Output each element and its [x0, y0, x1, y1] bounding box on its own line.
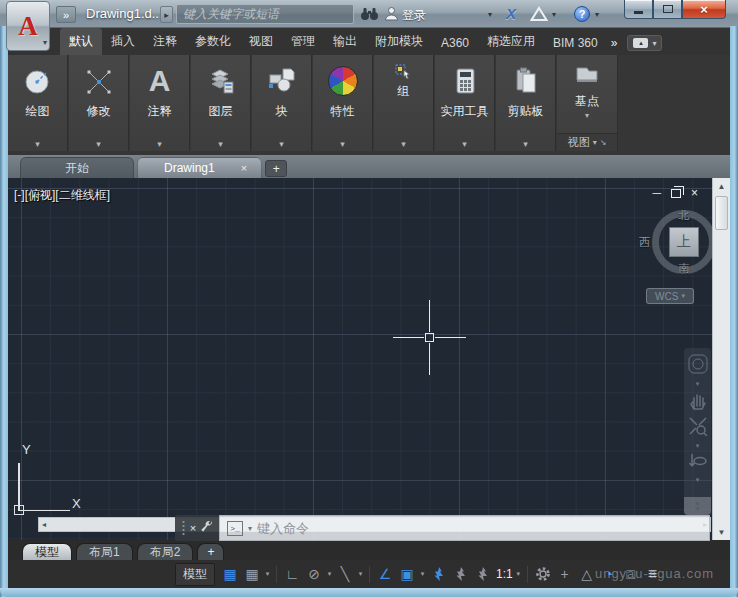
ribbon-tab-home[interactable]: 默认 — [60, 28, 102, 55]
exchange-apps-icon[interactable]: X — [506, 5, 516, 22]
iso-caret-icon[interactable]: ▾ — [356, 570, 365, 578]
zoom-icon[interactable] — [688, 416, 708, 440]
nav-caret-icon[interactable]: ▾ — [696, 380, 700, 388]
customize-wrench-icon[interactable] — [200, 519, 213, 537]
model-space-button[interactable]: 模型 — [175, 563, 215, 586]
polar-tracking-icon[interactable]: ⊘ — [303, 564, 325, 584]
scale-caret-icon[interactable]: ▾ — [514, 570, 523, 578]
ribbon-tab-featured-apps[interactable]: 精选应用 — [478, 28, 544, 55]
view-panel-footer[interactable]: 视图 ▾ ↘ — [557, 133, 617, 151]
snap-mode-icon[interactable]: ▦ — [219, 564, 241, 584]
ribbon-panel-properties[interactable]: 特性 ▾ — [313, 55, 373, 151]
nav-caret-icon[interactable]: ▾ — [696, 442, 700, 450]
wcs-dropdown[interactable]: WCS ▾ — [646, 288, 694, 304]
drawing-canvas[interactable]: [-][俯视][二维线框] ─ × 上 北 南 西 东 WCS ▾ ▾ — [8, 178, 712, 540]
file-tab-close-icon[interactable]: × — [241, 162, 247, 174]
annotation-autoscale-icon[interactable] — [449, 564, 471, 584]
annotation-scale-icon[interactable] — [471, 564, 493, 584]
orbit-icon[interactable] — [688, 452, 708, 474]
sign-in-button[interactable]: 登录 — [402, 7, 426, 24]
object-snap-tracking-icon[interactable]: ∠ — [374, 564, 396, 584]
command-line-header[interactable]: × — [175, 515, 219, 541]
ribbon-panel-block[interactable]: 块 ▾ — [252, 55, 312, 151]
ribbon-tab-overflow-icon[interactable]: » — [607, 31, 622, 55]
panel-expand-icon[interactable]: ▾ — [252, 139, 311, 149]
annotation-scale-value[interactable]: 1:1 — [496, 567, 513, 581]
move-pan-icon[interactable]: + — [554, 564, 576, 584]
polar-caret-icon[interactable]: ▾ — [325, 570, 334, 578]
restore-button[interactable] — [653, 0, 682, 19]
ribbon-panel-draw[interactable]: 绘图 ▾ — [8, 55, 68, 151]
layout-tab-layout1[interactable]: 布局1 — [76, 543, 133, 560]
ribbon-tab-a360[interactable]: A360 — [432, 31, 478, 55]
pan-hand-icon[interactable] — [689, 390, 707, 414]
view-panel-launcher-icon[interactable]: ↘ — [600, 138, 607, 147]
base-view-button[interactable]: 基点 ▾ — [572, 60, 602, 120]
help-search-input[interactable] — [176, 4, 354, 24]
command-line[interactable]: × >_ ▾ — [175, 515, 710, 541]
ribbon-tab-addins[interactable]: 附加模块 — [366, 28, 432, 55]
annotation-visibility-icon[interactable] — [427, 564, 449, 584]
grid-display-icon[interactable]: ▦ — [241, 564, 263, 584]
a360-caret-icon[interactable]: ▾ — [552, 10, 556, 19]
help-caret-icon[interactable]: ▾ — [595, 10, 599, 19]
new-file-tab-button[interactable]: + — [265, 160, 287, 177]
drawing-minimize-icon[interactable]: ─ — [652, 186, 661, 200]
navbar-collapse-button[interactable]: ▾ ▾ — [684, 497, 711, 515]
viewcube-top-face[interactable]: 上 — [669, 227, 699, 257]
application-menu-button[interactable]: A ▾ — [6, 1, 50, 51]
osnap-caret-icon[interactable]: ▾ — [418, 570, 427, 578]
panel-expand-icon[interactable]: ▾ — [313, 139, 372, 149]
panel-expand-icon[interactable]: ▾ — [496, 139, 555, 149]
signin-caret-icon[interactable]: ▾ — [488, 10, 492, 19]
drawing-restore-icon[interactable] — [671, 186, 681, 200]
scroll-left-icon[interactable]: ◂ — [42, 520, 46, 529]
minimize-button[interactable] — [624, 0, 653, 19]
scrollbar-thumb[interactable] — [715, 196, 728, 230]
ribbon-panel-layers[interactable]: 图层 ▾ — [191, 55, 251, 151]
layout-tab-model[interactable]: 模型 — [22, 543, 72, 560]
ribbon-tab-insert[interactable]: 插入 — [102, 28, 144, 55]
file-tab-start[interactable]: 开始 — [20, 157, 134, 178]
viewcube-north-label[interactable]: 北 — [679, 208, 690, 223]
ribbon-tab-annotate[interactable]: 注释 — [144, 28, 186, 55]
nav-caret-icon[interactable]: ▾ — [696, 476, 700, 484]
drag-grip-icon[interactable] — [181, 520, 186, 536]
recent-commands-caret-icon[interactable]: ▾ — [248, 524, 252, 533]
ribbon-tab-output[interactable]: 输出 — [324, 28, 366, 55]
new-layout-button[interactable]: + — [197, 543, 224, 560]
ribbon-panel-clipboard[interactable]: 剪贴板 ▾ — [496, 55, 556, 151]
vertical-scrollbar[interactable]: ▲ ▼ — [712, 178, 730, 540]
panel-expand-icon[interactable]: ▾ — [374, 139, 433, 149]
viewcube-west-label[interactable]: 西 — [639, 235, 650, 250]
ribbon-tab-manage[interactable]: 管理 — [282, 28, 324, 55]
viewcube[interactable]: 上 北 南 西 东 — [652, 210, 712, 274]
close-button[interactable]: × — [682, 0, 726, 19]
layout-tab-layout2[interactable]: 布局2 — [137, 543, 194, 560]
help-icon[interactable]: ? — [574, 6, 590, 22]
scroll-down-icon[interactable]: ▼ — [713, 524, 730, 540]
ribbon-panel-modify[interactable]: 修改 ▾ — [69, 55, 129, 151]
workspace-gear-icon[interactable] — [532, 564, 554, 584]
ribbon-panel-view[interactable]: 基点 ▾ 视图 ▾ ↘ — [557, 55, 618, 151]
object-snap-icon[interactable]: ▣ — [396, 564, 418, 584]
panel-expand-icon[interactable]: ▾ — [130, 139, 189, 149]
ribbon-collapse-button[interactable]: ▴ ▾ — [627, 35, 662, 51]
panel-expand-icon[interactable]: ▾ — [191, 139, 250, 149]
ribbon-panel-group[interactable]: 组 ▾ — [374, 55, 434, 151]
file-tab-drawing1[interactable]: Drawing1 × — [137, 157, 262, 178]
ribbon-panel-utilities[interactable]: 实用工具 ▾ — [435, 55, 495, 151]
hardware-acceleration-icon[interactable]: ◔ — [598, 564, 620, 584]
isolate-objects-icon[interactable]: △ — [576, 564, 598, 584]
panel-expand-icon[interactable]: ▾ — [69, 139, 128, 149]
viewport-controls[interactable]: [-][俯视][二维线框] — [14, 187, 110, 204]
command-close-icon[interactable]: × — [190, 522, 196, 534]
ribbon-tab-bim360[interactable]: BIM 360 — [544, 31, 607, 55]
grid-caret-icon[interactable]: ▾ — [263, 570, 272, 578]
panel-expand-icon[interactable]: ▾ — [8, 139, 67, 149]
scroll-up-icon[interactable]: ▲ — [713, 178, 730, 194]
ortho-mode-icon[interactable]: ∟ — [281, 564, 303, 584]
isometric-drafting-icon[interactable]: ╲ — [334, 564, 356, 584]
ribbon-panel-annotate[interactable]: A 注释 ▾ — [130, 55, 190, 151]
customization-menu-icon[interactable]: ≡ — [648, 565, 657, 583]
